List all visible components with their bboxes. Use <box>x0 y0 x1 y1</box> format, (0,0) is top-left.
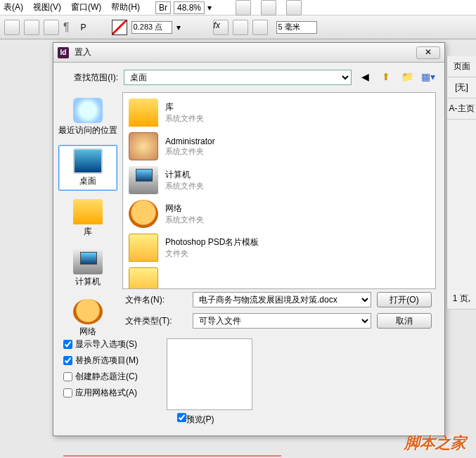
up-icon[interactable]: ⬆ <box>378 70 394 85</box>
app-icon: Id <box>58 47 69 58</box>
folder-icon <box>129 267 158 289</box>
list-item[interactable] <box>126 265 432 289</box>
filename-label: 文件名(N): <box>125 294 187 306</box>
static-caption-checkbox[interactable]: 创建静态题注(C) <box>63 371 139 383</box>
show-import-checkbox[interactable]: 显示导入选项(S) <box>63 338 139 350</box>
cancel-button[interactable]: 取消 <box>377 313 432 329</box>
recent-icon <box>73 98 103 123</box>
filetype-dropdown[interactable]: 可导入文件 <box>193 313 371 329</box>
file-list[interactable]: 库系统文件夹 Administrator系统文件夹 计算机系统文件夹 网络系统文… <box>122 92 436 289</box>
computer-icon <box>73 249 103 274</box>
zoom-value[interactable]: 48.8% <box>174 1 205 14</box>
open-button[interactable]: 打开(O) <box>377 292 432 307</box>
tool-icon[interactable] <box>24 20 39 35</box>
view-options-icon[interactable] <box>236 0 251 15</box>
menu-table[interactable]: 表(A) <box>4 1 23 13</box>
new-folder-icon[interactable]: 📁 <box>399 70 415 85</box>
list-item[interactable]: 库系统文件夹 <box>126 96 432 129</box>
library-icon <box>73 199 103 224</box>
filetype-label: 文件类型(T): <box>125 315 187 327</box>
places-bar: 最近访问的位置 桌面 库 计算机 网络 <box>53 92 122 289</box>
panel-tab-pages[interactable]: 页面 <box>447 56 476 77</box>
filename-input[interactable]: 电子商务与物流发展困境及对策.docx <box>193 292 371 307</box>
view-menu-icon[interactable]: ▦▾ <box>420 70 436 85</box>
stroke-weight-input[interactable] <box>131 21 172 34</box>
list-item[interactable]: 计算机系统文件夹 <box>126 163 432 197</box>
place-desktop[interactable]: 桌面 <box>58 145 117 191</box>
menu-help[interactable]: 帮助(H) <box>111 1 140 13</box>
tool-icon[interactable] <box>4 20 20 35</box>
tool-icon[interactable] <box>233 20 248 35</box>
network-icon <box>129 200 158 228</box>
pages-panel[interactable]: 页面 [无] A-主页 1 页, <box>446 56 476 310</box>
control-panel: ¶ P ▾ fx <box>0 15 476 39</box>
back-icon[interactable]: ◀ <box>357 70 373 85</box>
desktop-icon <box>73 148 103 174</box>
dialog-titlebar: Id 置入 ✕ <box>53 43 444 63</box>
lookin-label: 查找范围(I): <box>62 72 118 84</box>
preview-checkbox[interactable]: 预览(P) <box>177 414 214 424</box>
bridge-button[interactable]: Br <box>155 1 171 14</box>
place-network[interactable]: 网络 <box>58 296 117 341</box>
master-a[interactable]: A-主页 <box>447 98 476 120</box>
page-count: 1 页, <box>447 288 476 310</box>
list-item[interactable]: Photoshop PSD名片模板文件夹 <box>126 231 432 265</box>
menu-window[interactable]: 窗口(W) <box>71 1 101 13</box>
lookin-dropdown[interactable]: 桌面 <box>124 70 352 85</box>
user-folder-icon <box>129 132 158 160</box>
size-input[interactable] <box>276 21 317 34</box>
folder-icon <box>129 234 158 262</box>
menu-bar: 表(A) 视图(V) 窗口(W) 帮助(H) Br 48.8% ▾ <box>0 0 476 15</box>
effects-icon[interactable]: fx <box>213 20 229 35</box>
master-none[interactable]: [无] <box>447 77 476 98</box>
library-icon <box>129 98 158 127</box>
tool-icon[interactable] <box>252 20 268 35</box>
char-format-icon[interactable] <box>44 20 59 35</box>
menu-view[interactable]: 视图(V) <box>33 1 61 13</box>
watermark: 脚本之家 <box>404 433 466 454</box>
dialog-title: 置入 <box>75 46 416 58</box>
apply-grid-checkbox[interactable]: 应用网格格式(A) <box>63 387 139 399</box>
place-computer[interactable]: 计算机 <box>58 246 117 291</box>
guide-line <box>63 455 281 457</box>
replace-selected-checkbox[interactable]: 替换所选项目(M) <box>63 355 139 367</box>
arrange-icon[interactable] <box>286 0 302 15</box>
dropdown-icon[interactable]: ▾ <box>207 3 212 13</box>
pilcrow-icon[interactable]: ¶ <box>63 21 70 34</box>
preview-box <box>167 338 252 410</box>
close-icon[interactable]: ✕ <box>416 46 440 59</box>
no-fill-icon[interactable] <box>112 20 127 35</box>
place-library[interactable]: 库 <box>58 196 117 241</box>
list-item[interactable]: 网络系统文件夹 <box>126 197 432 231</box>
network-icon <box>73 299 103 324</box>
dropdown-icon[interactable]: ▾ <box>176 23 181 32</box>
computer-icon <box>129 166 158 194</box>
screen-mode-icon[interactable] <box>261 0 276 15</box>
place-dialog: Id 置入 ✕ 查找范围(I): 桌面 ◀ ⬆ 📁 ▦▾ 最近访问的位置 桌面 … <box>53 42 445 436</box>
place-recent[interactable]: 最近访问的位置 <box>58 95 117 139</box>
list-item[interactable]: Administrator系统文件夹 <box>126 129 432 163</box>
